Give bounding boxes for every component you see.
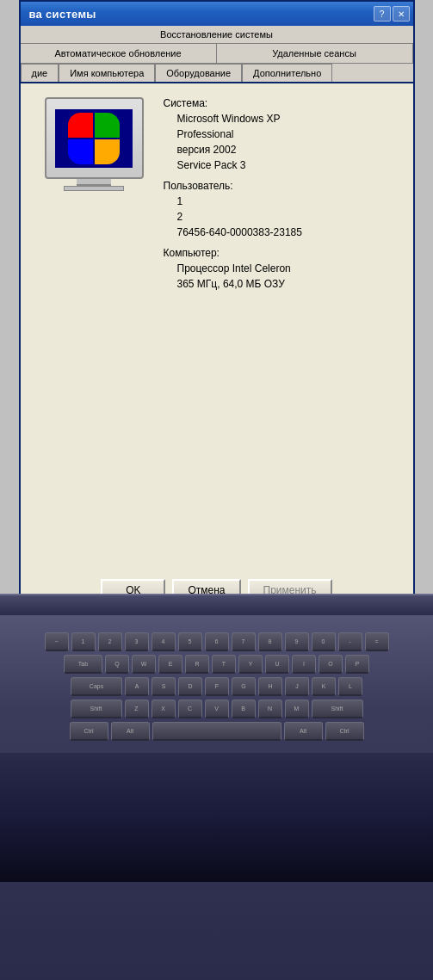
key-n[interactable]: N [258,700,282,718]
tabs-section: Восстановление системы Автоматическое об… [21,26,413,83]
key-shift-left[interactable]: Shift [71,700,122,718]
flag-blue [68,139,93,164]
remote-tab[interactable]: Удаленные сеансы [217,44,413,63]
apply-button[interactable]: Применить [248,579,332,594]
key-space[interactable] [152,722,281,741]
key-b[interactable]: B [232,700,256,718]
monitor-icon [45,97,144,179]
key-u[interactable]: U [265,655,289,674]
key-k[interactable]: K [312,677,336,696]
monitor-foot [64,186,124,191]
flag-yellow [95,139,120,164]
key-w[interactable]: W [132,655,156,674]
key-r[interactable]: R [185,655,209,674]
key-ctrl-right[interactable]: Ctrl [325,722,364,741]
ok-button[interactable]: OK [101,579,165,594]
keyboard-row-1: ~ 1 2 3 4 5 6 7 8 9 0 - = [26,632,407,651]
laptop-bottom [0,753,433,882]
key-alt-right[interactable]: Alt [284,722,323,741]
key-minus[interactable]: - [338,632,362,651]
key-equals[interactable]: = [365,632,389,651]
key-j[interactable]: J [285,677,309,696]
computer-memory: 365 МГц, 64,0 МБ ОЗУ [177,276,396,292]
title-bar-text: ва системы [24,8,96,21]
user-1: 1 [177,194,396,209]
key-c[interactable]: C [178,700,202,718]
screen-area: ва системы ? ✕ Восстановление системы Ав… [0,0,433,594]
autoupdate-tab[interactable]: Автоматическое обновление [21,44,217,63]
key-4[interactable]: 4 [152,632,176,651]
key-0[interactable]: 0 [312,632,336,651]
user-label: Пользователь: [164,180,396,192]
tab-hardware[interactable]: Оборудование [155,64,242,82]
keyboard-row-5: Ctrl Alt Alt Ctrl [26,722,407,741]
update-remote-row: Автоматическое обновление Удаленные сеан… [21,44,413,64]
system-os-edition: Professional [177,126,396,142]
key-shift-right[interactable]: Shift [312,700,363,718]
key-e[interactable]: E [158,655,182,674]
key-a[interactable]: A [125,677,149,696]
key-d[interactable]: D [178,677,202,696]
keyboard-row-2: Tab Q W E R T Y U I O P [26,655,407,674]
info-row: Система: Microsoft Windows XP Profession… [38,97,396,292]
laptop-hinge [0,594,433,615]
key-v[interactable]: V [205,700,229,718]
key-alt-left[interactable]: Alt [111,722,150,741]
key-2[interactable]: 2 [98,632,122,651]
key-i[interactable]: I [292,655,316,674]
buttons-row: OK Отмена Применить [21,565,413,594]
keyboard-area: ~ 1 2 3 4 5 6 7 8 9 0 - = Tab Q W E R T … [0,615,433,753]
main-tabs-row: дие Имя компьютера Оборудование Дополнит… [21,64,413,83]
keyboard-row-3: Caps A S D F G H J K L [26,677,407,696]
tab-computer-name[interactable]: Имя компьютера [59,64,155,82]
system-label: Система: [164,97,396,109]
key-f[interactable]: F [205,677,229,696]
key-g[interactable]: G [232,677,256,696]
key-tilde[interactable]: ~ [45,632,69,651]
key-s[interactable]: S [152,677,176,696]
key-y[interactable]: Y [238,655,263,674]
key-p[interactable]: P [345,655,369,674]
help-button[interactable]: ? [374,6,391,22]
key-5[interactable]: 5 [178,632,202,651]
key-ctrl-left[interactable]: Ctrl [70,722,108,741]
key-z[interactable]: Z [125,700,149,718]
key-o[interactable]: O [319,655,343,674]
windows-logo [38,97,150,209]
recovery-tab-row: Восстановление системы [21,26,413,44]
key-t[interactable]: T [212,655,236,674]
key-caps[interactable]: Caps [71,677,122,696]
user-license: 76456-640-0000383-23185 [177,225,396,240]
system-os-version: версия 2002 [177,142,396,157]
key-7[interactable]: 7 [232,632,256,651]
title-bar: ва системы ? ✕ [21,2,413,26]
keyboard-row-4: Shift Z X C V B N M Shift [26,700,407,718]
key-l[interactable]: L [338,677,362,696]
windows-flag [68,113,120,164]
recovery-tab-label[interactable]: Восстановление системы [160,29,273,40]
tab-general[interactable]: дие [21,64,59,82]
tab-advanced[interactable]: Дополнительно [242,64,332,82]
flag-green [95,113,120,138]
key-3[interactable]: 3 [125,632,149,651]
cancel-button[interactable]: Отмена [172,579,240,594]
user-2: 2 [177,209,396,225]
computer-processor: Процессор Intel Celeron [177,261,396,276]
key-1[interactable]: 1 [71,632,96,651]
close-button[interactable]: ✕ [393,6,410,22]
monitor-screen [55,109,133,168]
title-bar-controls: ? ✕ [374,6,410,22]
key-m[interactable]: M [285,700,309,718]
key-8[interactable]: 8 [258,632,282,651]
key-9[interactable]: 9 [285,632,309,651]
main-panel: Система: Microsoft Windows XP Profession… [21,83,413,565]
key-h[interactable]: H [258,677,282,696]
monitor-base [77,179,111,186]
computer-label: Компьютер: [164,247,396,259]
system-properties-dialog: ва системы ? ✕ Восстановление системы Ав… [19,0,415,594]
key-q[interactable]: Q [105,655,129,674]
key-tab[interactable]: Tab [64,655,102,674]
system-service-pack: Service Pack 3 [177,157,396,173]
key-6[interactable]: 6 [205,632,229,651]
key-x[interactable]: X [152,700,176,718]
